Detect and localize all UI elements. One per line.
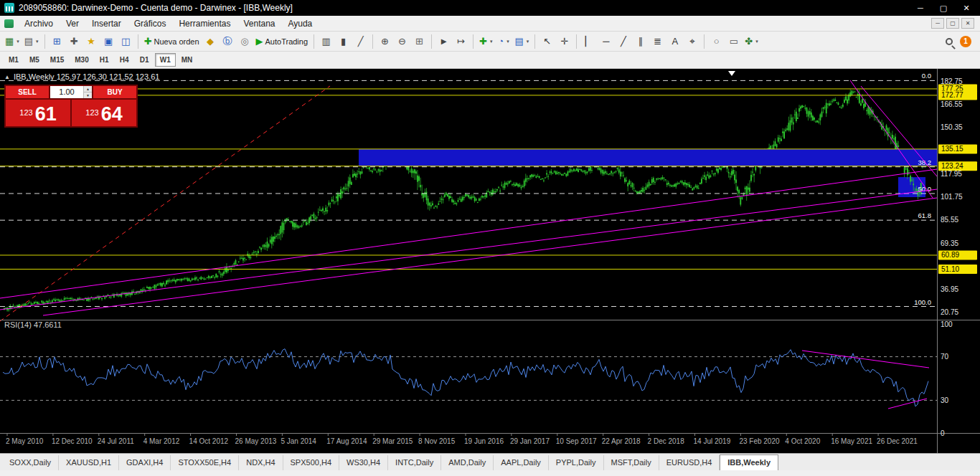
market-watch-button[interactable]: ⊞ [49, 33, 65, 50]
chart-tab-eurusd-h4[interactable]: EURUSD,H4 [659, 455, 720, 470]
fibonacci-button[interactable]: ≣ [649, 33, 666, 50]
chart-tab-pypl-daily[interactable]: PYPL,Daily [549, 455, 604, 470]
dropdown-arrow-icon[interactable]: ▾ [755, 39, 758, 44]
profiles-button[interactable]: ▤▾ [22, 33, 41, 50]
timeframe-h1[interactable]: H1 [95, 53, 114, 67]
new-chart-button[interactable]: ▦▾ [3, 33, 22, 50]
text-button[interactable]: A [666, 33, 683, 50]
trendline-button[interactable]: ╱ [615, 33, 631, 50]
chart-tab-soxx-daily[interactable]: SOXX,Daily [2, 455, 59, 470]
rectangle-button[interactable]: ▭ [725, 33, 742, 50]
buy-button[interactable]: BUY [93, 86, 136, 98]
dropdown-arrow-icon[interactable]: ▾ [507, 39, 509, 44]
dropdown-arrow-icon[interactable]: ▾ [36, 39, 39, 44]
shapes-more-button[interactable]: ✤▾ [743, 33, 760, 50]
chart-tab-xauusd-h1[interactable]: XAUUSD,H1 [59, 455, 119, 470]
signals-button[interactable]: ◎ [237, 33, 253, 50]
data-window-button[interactable]: ✚ [66, 33, 83, 50]
chart-canvas[interactable]: 0.038.250.061.8100.0182.75177.25172.7716… [0, 69, 980, 453]
bar-chart-button[interactable]: ▥ [318, 33, 334, 50]
zoom-in-button[interactable]: ⊕ [377, 33, 393, 50]
status-strip [0, 470, 980, 476]
notifications-badge[interactable]: 1 [960, 36, 971, 47]
timeframe-mn[interactable]: MN [176, 53, 198, 67]
menu-item-6[interactable]: Ayuda [281, 16, 319, 31]
strategy-tester-button[interactable]: ◫ [118, 33, 134, 50]
chart-tab-msft-daily[interactable]: MSFT,Daily [604, 455, 659, 470]
data-window-icon: ✚ [70, 37, 78, 46]
chart-tab-stoxx50e-h4[interactable]: STOXX50E,H4 [171, 455, 239, 470]
chart-tab-intc-daily[interactable]: INTC,Daily [388, 455, 441, 470]
timeframe-d1[interactable]: D1 [135, 53, 154, 67]
metaeditor-button[interactable]: ◆ [202, 33, 219, 50]
horizontal-line-button[interactable]: ─ [598, 33, 614, 50]
mdi-minimize-button[interactable]: ─ [931, 18, 944, 29]
minimize-button[interactable]: ─ [910, 4, 931, 13]
volume-down-icon[interactable]: ▼ [84, 92, 92, 98]
chart-tab-ndx-h4[interactable]: NDX,H4 [239, 455, 283, 470]
candlestick-chart-button[interactable]: ▮ [335, 33, 352, 50]
buy-price[interactable]: 123 64 [72, 100, 136, 126]
fibonacci-retracement[interactable]: 0.038.250.061.8100.0 [0, 72, 937, 306]
mdi-restore-button[interactable]: ▢ [946, 18, 959, 29]
chart-tab-ws30-h4[interactable]: WS30,H4 [339, 455, 388, 470]
menu-item-3[interactable]: Gráficos [128, 16, 173, 31]
indicators-button[interactable]: ✚▾ [477, 33, 494, 50]
timeframe-m15[interactable]: M15 [45, 53, 69, 67]
price-axis[interactable]: 182.75177.25172.77166.55150.35135.15123.… [938, 77, 977, 317]
timeframe-m30[interactable]: M30 [70, 53, 93, 67]
vertical-line-button[interactable]: ▏ [580, 33, 597, 50]
dropdown-arrow-icon[interactable]: ▾ [17, 39, 19, 44]
search-icon[interactable] [946, 38, 953, 45]
channel-button[interactable]: ∥ [632, 33, 649, 50]
chart-shift-button[interactable]: ↦ [453, 33, 469, 50]
autotrading-button[interactable]: ▶AutoTrading [254, 33, 311, 50]
mql5-community-button[interactable]: ⓑ [220, 33, 236, 50]
symbol-info[interactable]: ▲ IBB,Weekly 125.97 126.30 121.52 123.61 [4, 72, 159, 81]
chart-tab-spx500-h4[interactable]: SPX500,H4 [283, 455, 339, 470]
toolbar-separator [576, 34, 577, 49]
timeframe-m5[interactable]: M5 [24, 53, 44, 67]
timeframe-m1[interactable]: M1 [4, 53, 24, 67]
date-axis[interactable]: 2 May 201012 Dec 201024 Jul 20114 Mar 20… [6, 433, 918, 445]
volume-value[interactable]: 1.00 [50, 86, 83, 98]
chart-tab-gdaxi-h4[interactable]: GDAXI,H4 [119, 455, 171, 470]
maximize-button[interactable]: ▢ [933, 4, 954, 13]
menu-item-5[interactable]: Ventana [237, 16, 281, 31]
mdi-close-button[interactable]: ✕ [961, 18, 974, 29]
timeframe-h4[interactable]: H4 [115, 53, 134, 67]
chart-tab-aapl-daily[interactable]: AAPL,Daily [494, 455, 549, 470]
volume-input[interactable]: 1.00 ▲ ▼ [50, 86, 92, 98]
tile-windows-button[interactable]: ⊞ [411, 33, 428, 50]
sell-price[interactable]: 123 61 [6, 100, 70, 126]
new-order-button[interactable]: ✚Nueva orden [142, 33, 202, 50]
menu-item-2[interactable]: Insertar [85, 16, 128, 31]
line-chart-button[interactable]: ╱ [352, 33, 369, 50]
collapse-icon[interactable]: ▲ [4, 74, 10, 80]
close-button[interactable]: ✕ [956, 4, 977, 13]
menu-item-1[interactable]: Ver [60, 16, 85, 31]
volume-up-icon[interactable]: ▲ [84, 86, 92, 92]
one-click-trading-panel: SELL 1.00 ▲ ▼ BUY 123 61 123 64 [4, 85, 138, 128]
menu-item-0[interactable]: Archivo [18, 16, 60, 31]
highlight-zone-band[interactable] [359, 149, 937, 166]
timeframe-w1[interactable]: W1 [155, 53, 176, 67]
auto-scroll-button[interactable]: ► [435, 33, 452, 50]
dropdown-arrow-icon[interactable]: ▾ [527, 39, 529, 44]
navigator-button[interactable]: ★ [83, 33, 100, 50]
chart-tab-ibb-weekly[interactable]: IBB,Weekly [720, 454, 778, 470]
menu-item-4[interactable]: Herramientas [172, 16, 237, 31]
sell-button[interactable]: SELL [6, 86, 49, 98]
crosshair-button[interactable]: ✛ [556, 33, 573, 50]
terminal-button[interactable]: ▣ [100, 33, 117, 50]
cursor-button[interactable]: ↖ [539, 33, 555, 50]
arrows-button[interactable]: ⌖ [684, 33, 700, 50]
ellipse-button[interactable]: ○ [708, 33, 725, 50]
chart-tab-amd-daily[interactable]: AMD,Daily [441, 455, 494, 470]
rsi-indicator[interactable]: 10070300 [0, 320, 953, 437]
shapes-more-icon: ✤ [745, 37, 753, 46]
periods-button[interactable]: ◔▾ [495, 33, 512, 50]
templates-button[interactable]: ▤▾ [512, 33, 531, 50]
dropdown-arrow-icon[interactable]: ▾ [490, 39, 493, 44]
zoom-out-button[interactable]: ⊖ [394, 33, 410, 50]
